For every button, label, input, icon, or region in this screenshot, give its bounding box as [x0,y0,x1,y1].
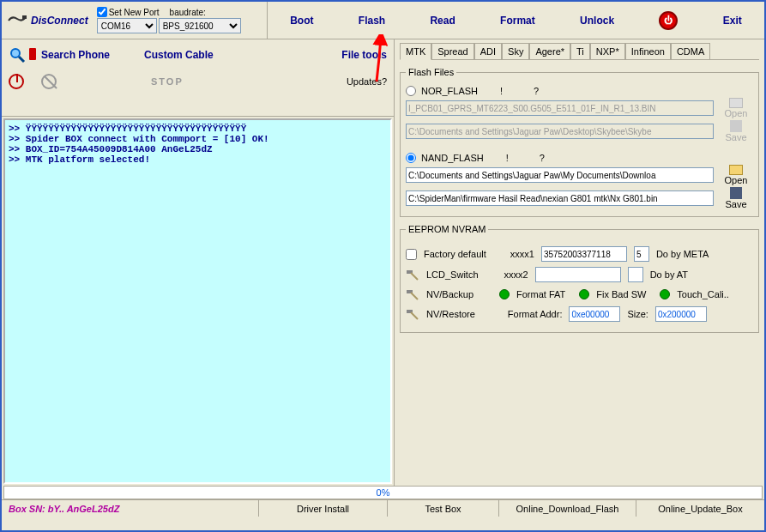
tab-flash[interactable]: Flash [359,15,385,27]
folder-icon [729,98,743,108]
flash-files-legend: Flash Files [406,67,456,77]
nor-excl-button[interactable]: ! [500,86,503,96]
xxxx2-input[interactable] [535,267,621,282]
format-addr-label: Format Addr: [508,309,563,319]
nor-open-button: Open [719,98,753,118]
power-small-icon[interactable] [9,74,24,89]
subtab-sky[interactable]: Sky [502,43,529,59]
nor-save-button: Save [719,120,753,142]
search-icon [9,46,26,63]
nand-open-button[interactable]: Open [719,165,753,185]
online-update-box-button[interactable]: Online_Update_Box [636,500,764,517]
disk-icon [730,187,742,199]
phone-icon [29,48,38,62]
svg-rect-3 [29,48,36,60]
nv-backup-button[interactable]: NV/Backup [426,289,473,299]
nor-q-button[interactable]: ? [534,86,539,96]
subtab-spread[interactable]: Spread [431,43,473,59]
tab-read[interactable]: Read [430,15,455,27]
factory-default-checkbox[interactable] [406,249,417,260]
xxxx1-n-input[interactable] [634,246,649,262]
tab-boot[interactable]: Boot [290,15,313,27]
lcd-switch-button[interactable]: LCD_Switch [426,269,479,280]
nand-q-button[interactable]: ? [540,153,545,163]
subtab-agere[interactable]: Agere* [529,43,570,59]
nand-flash-label: NAND_FLASH [421,153,484,163]
disk-icon [730,120,742,132]
log-output: >> ŸŸŸŸŸŸŸŸŸŸŸŸŸŸŸŸŸŸŸŸŸŸŸŸŸŸŸŸŸŸŸŸŸŸŸŸŸ… [3,118,392,484]
test-box-button[interactable]: Test Box [388,500,499,517]
hammer-icon [406,268,419,281]
set-new-port-checkbox[interactable] [97,7,107,17]
nv-restore-button[interactable]: NV/Restore [426,309,475,319]
xxxx2-n-input[interactable] [628,267,643,282]
hammer-icon [406,287,419,301]
svg-line-2 [19,57,24,62]
com-port-select[interactable]: COM16 [97,18,157,33]
folder-icon [729,165,743,175]
baudrate-label: baudrate: [170,8,206,17]
plug-icon [7,14,27,27]
xxxx1-input[interactable] [541,246,627,262]
size-label: Size: [627,309,648,319]
nor-path2-input [406,124,714,139]
online-download-flash-button[interactable]: Online_Download_Flash [499,500,636,517]
green-led-icon [499,289,510,299]
baudrate-select[interactable]: BPS_921600 [159,18,241,33]
touch-cali-button[interactable]: Touch_Cali.. [677,289,729,299]
nand-path1-input[interactable] [406,167,714,183]
progress-bar: 0% [3,486,763,499]
fix-bad-sw-button[interactable]: Fix Bad SW [596,289,646,299]
disconnect-button[interactable]: DisConnect [31,15,88,27]
svg-line-9 [411,312,418,319]
forbid-icon [41,74,57,89]
nor-flash-radio[interactable] [406,86,416,96]
svg-line-5 [411,273,418,280]
eeprom-group: EEPROM NVRAM Factory default xxxx1 Do by… [400,224,759,333]
do-by-meta-button[interactable]: Do by META [656,249,709,259]
format-addr-input[interactable] [569,306,620,322]
nor-flash-label: NOR_FLASH [421,86,478,96]
subtab-nxp[interactable]: NXP* [590,43,625,59]
file-tools-button[interactable]: File tools [341,49,387,61]
svg-point-1 [11,49,20,57]
xxxx1-label: xxxx1 [510,249,534,259]
factory-default-label: Factory default [424,249,486,259]
tab-format[interactable]: Format [500,15,535,27]
nand-save-button[interactable]: Save [719,187,753,209]
updates-link[interactable]: Updates? [347,76,387,87]
nand-flash-radio[interactable] [406,153,416,163]
xxxx2-label: xxxx2 [504,269,528,280]
power-icon[interactable]: ⏻ [659,11,678,30]
search-phone-button[interactable]: Search Phone [41,49,110,61]
subtab-ti[interactable]: Ti [570,43,590,59]
format-fat-button[interactable]: Format FAT [516,289,565,299]
tab-unlock[interactable]: Unlock [580,15,614,27]
exit-button[interactable]: Exit [723,15,742,27]
nand-path2-input[interactable] [406,190,714,206]
set-new-port-label: Set New Port [109,8,160,17]
nor-path1-input [406,100,714,116]
subtab-mtk[interactable]: MTK [400,43,431,60]
subtab-infineon[interactable]: Infineon [625,43,671,59]
green-led-icon [660,289,670,299]
subtab-cdma[interactable]: CDMA [671,43,710,59]
custom-cable-button[interactable]: Custom Cable [144,49,214,61]
box-sn-label: Box SN: bY.. AnGeL25dZ [2,500,259,517]
subtab-adi[interactable]: ADI [474,43,502,59]
hammer-icon [406,307,419,321]
svg-rect-0 [22,15,27,19]
green-led-icon [579,289,589,299]
do-by-at-button[interactable]: Do by AT [650,269,688,280]
svg-line-7 [411,293,418,299]
eeprom-legend: EEPROM NVRAM [406,224,488,234]
nand-excl-button[interactable]: ! [506,153,509,163]
driver-install-button[interactable]: Driver Install [259,500,388,517]
flash-files-group: Flash Files NOR_FLASH ! ? Open Save [400,67,759,217]
stop-label: STOP [151,76,184,87]
size-input[interactable] [655,306,707,322]
